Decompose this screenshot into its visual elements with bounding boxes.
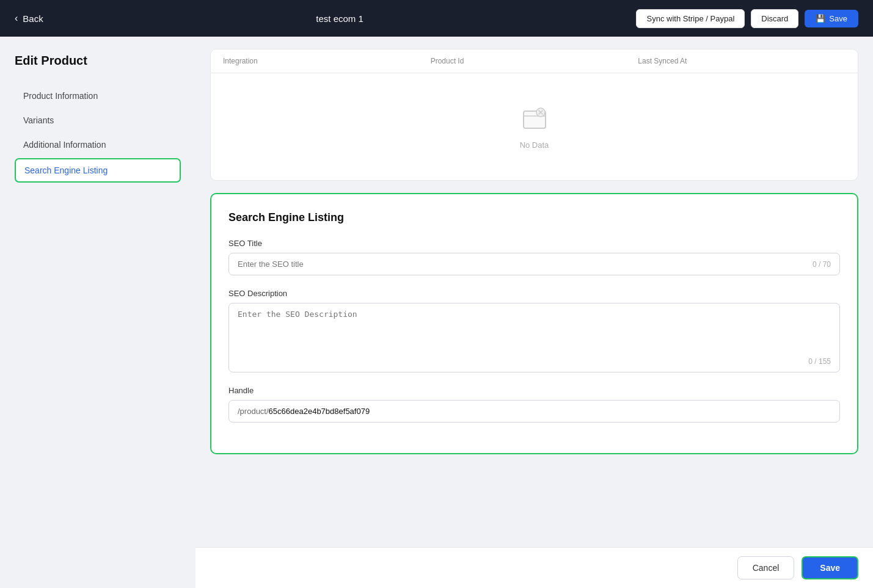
integration-table-card: Integration Product Id Last Synced At No… (210, 49, 858, 181)
handle-prefix: /product/ (238, 407, 269, 416)
no-data-icon (520, 104, 549, 133)
discard-button[interactable]: Discard (751, 9, 798, 28)
sync-button[interactable]: Sync with Stripe / Paypal (636, 9, 745, 28)
sidebar-item-variants[interactable]: Variants (15, 109, 181, 131)
seo-title-label: SEO Title (228, 239, 840, 248)
topnav: ‹ Back test ecom 1 Sync with Stripe / Pa… (0, 0, 873, 37)
topnav-actions: Sync with Stripe / Paypal Discard 💾 Save (636, 9, 858, 28)
seo-desc-counter: 0 / 155 (238, 357, 831, 366)
col-integration: Integration (223, 57, 431, 65)
seo-desc-input-wrapper[interactable]: 0 / 155 (228, 303, 840, 372)
no-data-label: No Data (520, 140, 549, 150)
sidebar-item-search-engine-listing[interactable]: Search Engine Listing (15, 158, 181, 183)
seo-title-input[interactable] (238, 260, 813, 269)
handle-input-wrapper[interactable]: /product/ 65c66dea2e4b7bd8ef5af079 (228, 400, 840, 423)
store-name: test ecom 1 (316, 13, 363, 24)
sidebar-item-product-information[interactable]: Product Information (15, 85, 181, 107)
layout: Edit Product Product Information Variant… (0, 37, 873, 588)
handle-value: 65c66dea2e4b7bd8ef5af079 (269, 407, 370, 416)
table-header: Integration Product Id Last Synced At (211, 49, 858, 73)
bottom-spacer (210, 466, 858, 503)
sidebar-item-additional-information[interactable]: Additional Information (15, 134, 181, 156)
main-content: Integration Product Id Last Synced At No… (195, 37, 873, 588)
cancel-button[interactable]: Cancel (737, 556, 795, 579)
page-title: Edit Product (15, 54, 181, 68)
seo-title-group: SEO Title 0 / 70 (228, 239, 840, 275)
seo-title-counter: 0 / 70 (813, 260, 831, 269)
bottom-bar: Cancel Save (195, 547, 873, 588)
save-button[interactable]: 💾 Save (805, 10, 858, 27)
sidebar: Edit Product Product Information Variant… (0, 37, 195, 588)
seo-desc-label: SEO Description (228, 289, 840, 298)
save-bottom-button[interactable]: Save (802, 556, 858, 579)
handle-group: Handle /product/ 65c66dea2e4b7bd8ef5af07… (228, 386, 840, 423)
col-product-id: Product Id (431, 57, 638, 65)
table-empty-state: No Data (211, 73, 858, 180)
seo-title-input-wrapper[interactable]: 0 / 70 (228, 253, 840, 275)
seo-desc-input[interactable] (238, 310, 831, 352)
save-icon: 💾 (816, 14, 825, 23)
seo-desc-group: SEO Description 0 / 155 (228, 289, 840, 372)
seo-section-card: Search Engine Listing SEO Title 0 / 70 S… (210, 193, 858, 454)
back-button[interactable]: ‹ Back (15, 13, 43, 24)
handle-label: Handle (228, 386, 840, 395)
chevron-left-icon: ‹ (15, 13, 18, 24)
col-last-synced: Last Synced At (638, 57, 846, 65)
back-label: Back (23, 13, 43, 24)
seo-section-title: Search Engine Listing (228, 211, 840, 224)
